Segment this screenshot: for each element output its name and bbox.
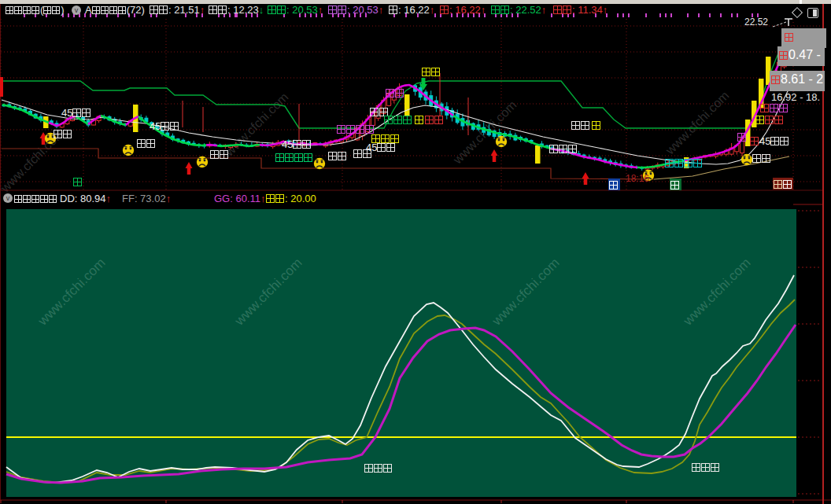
svg-text:www.cfchi.com: www.cfchi.com	[222, 90, 291, 160]
svg-text:www.cfchi.com: www.cfchi.com	[663, 89, 732, 158]
